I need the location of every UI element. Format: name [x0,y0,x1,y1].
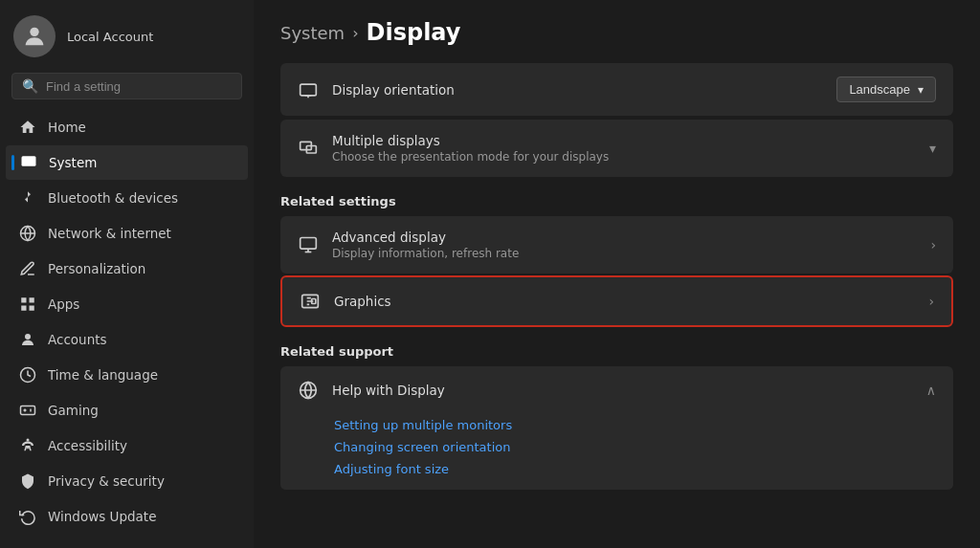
help-icon [298,380,319,401]
page-title: System › Display [280,19,953,46]
breadcrumb-parent[interactable]: System [280,23,345,43]
system-icon [20,154,37,171]
sidebar-item-accessibility[interactable]: Accessibility [6,428,248,463]
graphics-row[interactable]: Graphics › [280,275,953,327]
sidebar-label-bluetooth: Bluetooth & devices [48,190,178,206]
related-settings-heading: Related settings [280,194,953,208]
advanced-display-icon [298,234,319,255]
sidebar-label-accounts: Accounts [48,332,107,347]
home-icon [19,119,36,136]
sidebar-item-time[interactable]: Time & language [6,358,248,392]
multiple-displays-text: Multiple displays Choose the presentatio… [332,133,916,164]
help-link-orientation[interactable]: Changing screen orientation [334,440,936,454]
orientation-chevron-down-icon: ▾ [918,83,924,97]
sidebar-label-update: Windows Update [48,509,156,524]
sidebar: Local Account 🔍 Home System Bluetooth & … [0,0,254,548]
advanced-display-desc: Display information, refresh rate [332,247,917,260]
graphics-text: Graphics [334,294,915,309]
svg-rect-3 [21,297,26,302]
help-header[interactable]: Help with Display ∧ [280,366,953,414]
related-settings-section: Advanced display Display information, re… [280,216,953,327]
help-row: Help with Display ∧ Setting up multiple … [280,366,953,490]
svg-rect-16 [301,238,317,250]
nav-list: Home System Bluetooth & devices Network … [0,109,254,548]
search-input[interactable] [46,79,232,94]
orientation-value: Landscape [849,82,910,97]
orientation-label: Display orientation [332,82,455,98]
sidebar-label-personalization: Personalization [48,261,145,276]
help-link-font[interactable]: Adjusting font size [334,462,936,476]
advanced-display-chevron-right-icon: › [930,237,936,252]
sidebar-item-apps[interactable]: Apps [6,287,248,321]
time-icon [19,366,36,384]
orientation-icon [298,79,319,100]
sidebar-item-bluetooth[interactable]: Bluetooth & devices [6,181,248,215]
advanced-display-text: Advanced display Display information, re… [332,230,917,260]
apps-icon [19,296,36,313]
personalization-icon [19,260,36,277]
sidebar-item-home[interactable]: Home [6,110,248,144]
help-chevron-up-icon: ∧ [926,383,936,398]
sidebar-label-time: Time & language [48,367,158,383]
help-label: Help with Display [332,383,445,398]
accounts-icon [19,331,36,348]
sidebar-item-gaming[interactable]: Gaming [6,393,248,427]
user-section: Local Account [0,0,254,69]
sidebar-label-privacy: Privacy & security [48,473,165,489]
accessibility-icon [19,437,36,454]
sidebar-item-update[interactable]: Windows Update [6,499,248,534]
gaming-icon [19,402,36,419]
multiple-displays-label: Multiple displays [332,133,440,148]
sidebar-label-home: Home [48,120,86,135]
user-name: Local Account [67,30,153,44]
sidebar-label-accessibility: Accessibility [48,438,127,453]
update-icon [19,508,36,525]
help-links: Setting up multiple monitors Changing sc… [280,414,953,490]
svg-rect-1 [22,156,36,166]
graphics-icon [300,291,321,312]
advanced-display-row[interactable]: Advanced display Display information, re… [280,216,953,274]
svg-rect-4 [30,297,34,302]
sidebar-item-network[interactable]: Network & internet [6,216,248,251]
svg-rect-11 [301,84,317,96]
sidebar-item-personalization[interactable]: Personalization [6,252,248,286]
related-support-heading: Related support [280,344,953,359]
search-box[interactable]: 🔍 [11,73,242,99]
search-icon: 🔍 [22,78,38,94]
privacy-icon [19,472,36,490]
orientation-control: Landscape ▾ [836,77,936,102]
svg-point-10 [27,439,30,442]
svg-rect-5 [21,306,26,311]
sidebar-label-apps: Apps [48,296,79,312]
orientation-row[interactable]: Display orientation Landscape ▾ [280,63,953,116]
sidebar-label-gaming: Gaming [48,403,99,418]
graphics-label: Graphics [334,294,391,309]
graphics-chevron-right-icon: › [928,294,934,309]
svg-rect-6 [30,306,34,311]
svg-rect-9 [21,406,35,415]
breadcrumb-current: Display [367,19,461,46]
active-indicator [11,155,14,170]
svg-rect-20 [312,299,316,304]
multiple-displays-row[interactable]: Multiple displays Choose the presentatio… [280,120,953,177]
multiple-displays-desc: Choose the presentation mode for your di… [332,150,916,164]
breadcrumb-separator: › [352,24,358,42]
advanced-display-label: Advanced display [332,230,446,245]
sidebar-item-system[interactable]: System [6,145,248,180]
orientation-section: Display orientation Landscape ▾ Multiple… [280,63,953,177]
network-icon [19,225,36,242]
multiple-displays-chevron-down-icon: ▾ [929,141,936,156]
multiple-displays-icon [298,138,319,159]
orientation-text: Display orientation [332,82,823,98]
sidebar-label-network: Network & internet [48,226,171,241]
avatar [13,15,56,57]
sidebar-item-accounts[interactable]: Accounts [6,322,248,357]
sidebar-label-system: System [49,155,97,170]
main-content: System › Display Display orientation Lan… [254,0,980,548]
svg-point-7 [25,334,31,340]
svg-point-0 [30,28,38,36]
sidebar-item-privacy[interactable]: Privacy & security [6,464,248,498]
help-link-monitors[interactable]: Setting up multiple monitors [334,418,936,432]
orientation-dropdown[interactable]: Landscape ▾ [836,77,936,102]
bluetooth-icon [19,189,36,207]
